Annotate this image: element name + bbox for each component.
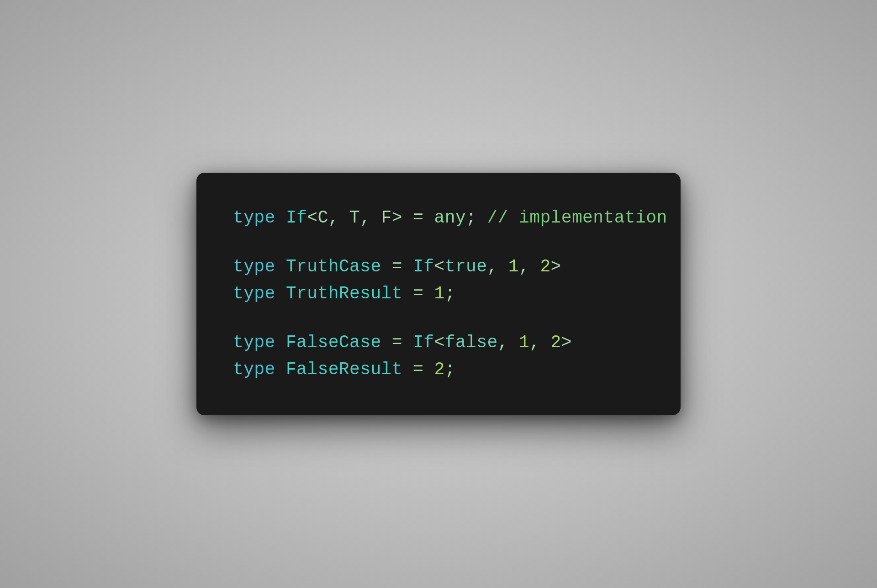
type-truthresult: TruthResult xyxy=(286,284,402,303)
punct-11: = xyxy=(402,284,434,303)
punct-19: = xyxy=(402,360,434,379)
code-window: type If<C, T, F> = any; // implementatio… xyxy=(196,173,681,415)
type-if-ref-2: If xyxy=(413,333,434,352)
code-block: type If<C, T, F> = any; // implementatio… xyxy=(233,205,644,383)
code-group-1: type If<C, T, F> = any; // implementatio… xyxy=(233,205,644,232)
punct-10 xyxy=(275,284,286,303)
num-3: 1 xyxy=(434,284,445,303)
code-line-3: type TruthResult = 1; xyxy=(233,281,644,307)
punct-4 xyxy=(275,257,286,276)
keyword-type-1: type xyxy=(233,208,275,228)
keyword-any: any xyxy=(434,208,466,228)
keyword-type-3: type xyxy=(233,284,275,303)
semi-2: ; xyxy=(445,284,455,303)
type-if: If xyxy=(286,208,307,228)
type-if-ref-1: If xyxy=(413,257,434,276)
num-2: 2 xyxy=(540,257,550,276)
punct-13: = xyxy=(381,333,413,352)
bool-false: false xyxy=(445,333,498,352)
punct-5: = xyxy=(381,257,413,276)
punct-7: , xyxy=(487,257,508,276)
semi-3: ; xyxy=(445,360,455,379)
code-line-1: type If<C, T, F> = any; // implementatio… xyxy=(233,205,644,232)
keyword-type-5: type xyxy=(233,360,275,379)
keyword-type-2: type xyxy=(233,257,275,276)
code-line-4: type FalseCase = If<false, 1, 2> xyxy=(233,329,644,356)
bool-true: true xyxy=(445,257,487,276)
code-group-3: type FalseCase = If<false, 1, 2> type Fa… xyxy=(233,329,644,383)
num-1: 1 xyxy=(508,257,519,276)
code-group-2: type TruthCase = If<true, 1, 2> type Tru… xyxy=(233,254,644,307)
punct-14: < xyxy=(434,333,445,352)
punct-17: > xyxy=(561,333,572,352)
num-5: 2 xyxy=(551,333,561,352)
type-falsecase: FalseCase xyxy=(286,333,381,352)
comment-1: // implementation xyxy=(487,208,667,228)
punct-8: , xyxy=(519,257,540,276)
punct-1 xyxy=(275,208,286,228)
punct-12 xyxy=(275,333,286,352)
punct-16: , xyxy=(529,333,550,352)
type-falseresult: FalseResult xyxy=(286,360,402,379)
code-line-2: type TruthCase = If<true, 1, 2> xyxy=(233,254,644,281)
semi-1: ; xyxy=(466,208,476,228)
punct-6: < xyxy=(434,257,445,276)
punct-9: > xyxy=(551,257,561,276)
punct-3 xyxy=(476,208,487,228)
punct-2: <C, T, F> = xyxy=(307,208,434,228)
num-4: 1 xyxy=(519,333,529,352)
keyword-type-4: type xyxy=(233,333,275,352)
punct-15: , xyxy=(498,333,519,352)
punct-18 xyxy=(275,360,286,379)
type-truthcase: TruthCase xyxy=(286,257,381,276)
num-6: 2 xyxy=(434,360,445,379)
code-line-5: type FalseResult = 2; xyxy=(233,356,644,383)
